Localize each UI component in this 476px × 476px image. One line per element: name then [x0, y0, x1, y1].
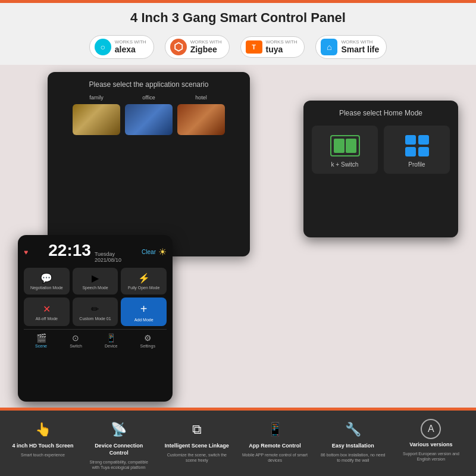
modes-grid: 💬 Negotiation Mode ▶ Speech Mode ⚡ Fully…: [24, 268, 167, 326]
touch-title: 4 inch HD Touch Screen: [12, 443, 74, 450]
scenario-label-hotel: hotel: [177, 95, 225, 101]
settings-nav-label: Settings: [140, 344, 155, 348]
connection-desc: Strong compatibility, compatible with Tu…: [86, 459, 152, 470]
scene-title: Intelligent Scene Linkage: [165, 443, 229, 450]
app-title: App Remote Control: [249, 443, 301, 450]
smartlife-name: Smart life: [341, 45, 379, 54]
weather-block: Clear ☀: [142, 246, 167, 258]
mode-btn-add[interactable]: + Add Mode: [121, 298, 167, 326]
feature-touch: 👆 4 inch HD Touch Screen Smart touch exp…: [12, 419, 74, 458]
connection-icon: 📡: [108, 419, 130, 440]
scenario-image-hotel[interactable]: [177, 104, 225, 135]
scenario-label-family: family: [73, 95, 120, 101]
mode-card-switch[interactable]: k + Switch: [312, 126, 378, 174]
settings-nav-icon: ⚙: [144, 333, 152, 343]
nav-switch[interactable]: ⊙ Switch: [70, 333, 82, 348]
mode-btn-speech[interactable]: ▶ Speech Mode: [73, 268, 118, 294]
mode-btn-custom[interactable]: ✏ Custom Mode 01: [73, 298, 118, 326]
product-page: 4 Inch 3 Gang Smart Control Panel ○ WORK…: [0, 0, 476, 476]
all-off-icon: ✕: [43, 303, 51, 315]
dashboard-panel: ♥ 22:13 Tuesday 2021/08/10 Clear ☀ 💬: [18, 235, 173, 402]
nav-device[interactable]: 📱 Device: [105, 333, 117, 348]
mode-card-profile[interactable]: Profile: [384, 126, 450, 174]
speech-label: Speech Mode: [82, 286, 108, 290]
features-bar: 👆 4 inch HD Touch Screen Smart touch exp…: [0, 411, 476, 476]
alexa-name: alexa: [115, 45, 146, 54]
add-label: Add Mode: [134, 318, 154, 322]
mode-grid: k + Switch Profile: [312, 126, 450, 174]
clock-time: 22:13: [48, 241, 91, 260]
app-icon: 📱: [264, 419, 286, 440]
scenario-labels: family office hotel: [56, 95, 242, 101]
mode-btn-all-off[interactable]: ✕ All-off Mode: [24, 298, 70, 326]
scenario-image-family[interactable]: [73, 104, 120, 135]
negotiation-label: Negotiation Mode: [30, 286, 63, 290]
scenario-image-office[interactable]: [125, 104, 173, 135]
profile-mode-label: Profile: [408, 161, 425, 168]
brand-smartlife: ⌂ WORKS WITH Smart life: [315, 35, 387, 59]
all-off-label: All-off Mode: [36, 317, 58, 321]
versions-title: Various versions: [409, 441, 452, 449]
brand-tuya: T WORKS WITH tuya: [240, 36, 305, 58]
speech-icon: ▶: [92, 273, 99, 284]
page-title: 4 Inch 3 Gang Smart Control Panel: [0, 3, 476, 30]
touch-desc: Smart touch experience: [21, 452, 65, 458]
display-area: Please select the application scenario f…: [0, 65, 476, 408]
mode-btn-negotiation[interactable]: 💬 Negotiation Mode: [24, 268, 70, 294]
scene-icon: ⧉: [186, 419, 208, 440]
install-icon: 🔧: [342, 419, 364, 440]
install-desc: 86 bottom box installation, no need to m…: [320, 452, 386, 463]
clock-day: Tuesday: [95, 251, 121, 257]
device-nav-label: Device: [105, 344, 117, 348]
zigbee-icon: ⬡: [170, 39, 187, 55]
sun-icon: ☀: [158, 246, 167, 258]
feature-connection: 📡 Device Connection Control Strong compa…: [86, 419, 152, 470]
install-title: Easy Installation: [332, 443, 374, 450]
switch-mode-label: k + Switch: [331, 161, 359, 168]
versions-desc: Support European version and English ver…: [398, 451, 464, 462]
feature-install: 🔧 Easy Installation 86 bottom box instal…: [320, 419, 386, 463]
clock-date: 2021/08/10: [95, 257, 121, 263]
switch-nav-label: Switch: [70, 344, 82, 348]
profile-icon: [405, 135, 429, 156]
scene-selection-title: Please select the application scenario: [56, 80, 242, 89]
connection-title: Device Connection Control: [86, 443, 152, 456]
fully-open-icon: ⚡: [138, 273, 150, 284]
feature-scene: ⧉ Intelligent Scene Linkage Customize th…: [164, 419, 230, 463]
brands-row: ○ WORKS WITH alexa ⬡ WORKS WITH Zigbee T…: [0, 30, 476, 65]
touch-icon: 👆: [32, 419, 54, 440]
versions-icon: A: [421, 419, 441, 439]
brand-alexa: ○ WORKS WITH alexa: [89, 35, 154, 59]
mode-btn-fully-open[interactable]: ⚡ Fully Open Mode: [121, 268, 167, 294]
zigbee-name: Zigbee: [190, 45, 222, 54]
custom-icon: ✏: [91, 303, 99, 315]
alexa-icon: ○: [95, 39, 111, 55]
heart-icon: ♥: [24, 248, 28, 256]
add-icon: +: [140, 302, 148, 316]
home-mode-panel: Please select Home Mode k + Switch: [303, 101, 458, 237]
scene-nav-label: Scene: [35, 344, 47, 348]
weather-label: Clear: [142, 249, 156, 255]
scenario-images: [56, 104, 242, 135]
nav-bar: 🎬 Scene ⊙ Switch 📱 Device ⚙ Settings: [24, 329, 167, 348]
nav-settings[interactable]: ⚙ Settings: [140, 333, 155, 348]
app-desc: Mobile APP remote control of smart devic…: [242, 452, 308, 463]
feature-app: 📱 App Remote Control Mobile APP remote c…: [242, 419, 308, 463]
home-mode-title: Please select Home Mode: [312, 109, 450, 117]
time-block: 22:13 Tuesday 2021/08/10: [48, 241, 121, 263]
scene-desc: Customize the scene, switch the scene fr…: [164, 452, 230, 463]
brand-zigbee: ⬡ WORKS WITH Zigbee: [165, 35, 230, 59]
scene-selection-panel: Please select the application scenario f…: [48, 72, 250, 256]
dashboard-top: ♥ 22:13 Tuesday 2021/08/10 Clear ☀: [24, 241, 167, 263]
feature-versions: A Various versions Support European vers…: [398, 419, 464, 462]
device-nav-icon: 📱: [106, 333, 116, 343]
tuya-icon: T: [246, 40, 262, 54]
smartlife-icon: ⌂: [321, 39, 337, 55]
nav-scene[interactable]: 🎬 Scene: [35, 333, 47, 348]
switch-icon: [330, 135, 360, 156]
negotiation-icon: 💬: [40, 273, 52, 284]
scene-nav-icon: 🎬: [36, 333, 46, 343]
custom-label: Custom Mode 01: [79, 317, 111, 321]
switch-nav-icon: ⊙: [72, 333, 79, 343]
fully-open-label: Fully Open Mode: [128, 286, 159, 290]
